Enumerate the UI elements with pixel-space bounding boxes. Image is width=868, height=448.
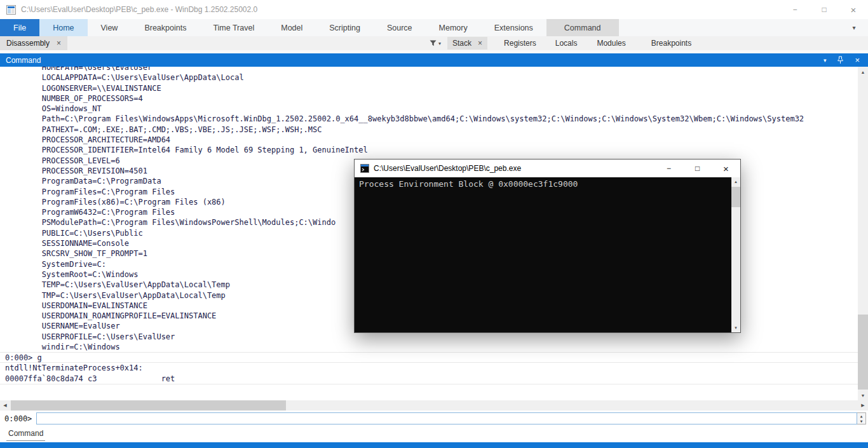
output-line: PROCESSOR_ARCHITECTURE=AMD64 [5, 135, 858, 145]
pane-tab-locals[interactable]: Locals [555, 39, 578, 48]
status-bar [0, 442, 868, 448]
pane-tab-registers[interactable]: Registers [504, 39, 536, 48]
spinner-down-icon[interactable]: ▼ [857, 419, 865, 424]
command-prompt-label: 0:000> [4, 414, 32, 423]
ribbon-tab-bar: File Home View Breakpoints Time Travel M… [0, 19, 868, 36]
close-button[interactable]: × [712, 160, 740, 177]
input-history-spinner[interactable]: ▲ ▼ [857, 412, 866, 424]
ribbon-tab-extensions[interactable]: Extensions [481, 19, 546, 36]
pane-tab-stack[interactable]: Stack × [447, 37, 487, 50]
pane-tab-breakpoints[interactable]: Breakpoints [651, 39, 691, 48]
output-line: HOMEPATH=\Users\EvalUser [5, 67, 858, 72]
ribbon-tab-breakpoints[interactable]: Breakpoints [131, 19, 200, 36]
minimize-icon: − [667, 164, 671, 173]
close-icon[interactable]: × [57, 39, 61, 47]
command-input[interactable] [36, 412, 857, 424]
bottom-tab-row: Command [0, 426, 868, 442]
output-line: ntdll!NtTerminateProcess+0x14: [5, 363, 858, 373]
console-icon [360, 164, 369, 173]
command-input-row: 0:000> ▲ ▼ [0, 411, 868, 426]
filter-dropdown[interactable]: ▾ [430, 40, 441, 46]
output-line: LOGONSERVER=\\EVALINSTANCE [5, 83, 858, 93]
filter-icon [430, 40, 437, 46]
tab-disassembly[interactable]: Disassembly × [0, 36, 67, 50]
ribbon-tab-source[interactable]: Source [374, 19, 426, 36]
command-pane-header-icons: ▾ × [824, 56, 860, 64]
scroll-right-icon[interactable]: ▶ [858, 400, 868, 411]
console-window: C:\Users\EvalUser\Desktop\PEB\c_peb.exe … [354, 159, 741, 333]
maximize-icon: □ [695, 164, 700, 173]
ribbon-tab-model[interactable]: Model [268, 19, 316, 36]
scroll-up-icon[interactable]: ▲ [858, 67, 868, 77]
output-line: NUMBER_OF_PROCESSORS=4 [5, 93, 858, 104]
output-line: Path=C:\Program Files\WindowsApps\Micros… [5, 114, 858, 124]
console-body[interactable]: Process Environment Block @ 0x0000ec3f1c… [355, 177, 740, 332]
output-vertical-scrollbar[interactable]: ▲ ▼ [858, 67, 868, 400]
maximize-icon: □ [822, 5, 826, 14]
window-title: C:\Users\EvalUser\Desktop\PEB\c_peb.exe … [21, 5, 257, 14]
close-icon: × [851, 4, 857, 15]
pane-tab-stack-label: Stack [452, 39, 471, 48]
break-status-block: ntdll!NtTerminateProcess+0x14:00007ffa`8… [0, 363, 858, 384]
chevron-down-icon: ▾ [852, 24, 855, 31]
console-scrollbar-thumb[interactable] [731, 187, 740, 207]
document-tab-row: Disassembly × ▾ Stack × Registers Locals… [0, 36, 868, 50]
console-title: C:\Users\EvalUser\Desktop\PEB\c_peb.exe [374, 164, 521, 173]
window-caption-buttons: − □ × [780, 0, 868, 19]
ribbon-tab-time-travel[interactable]: Time Travel [200, 19, 268, 36]
close-icon[interactable]: × [855, 56, 860, 64]
close-icon[interactable]: × [478, 39, 482, 47]
close-icon: × [723, 163, 729, 174]
output-line: USERPROFILE=C:\Users\EvalUser [5, 332, 858, 342]
ribbon-tab-home[interactable]: Home [39, 19, 87, 36]
command-pane-title: Command [6, 56, 41, 65]
prompt-echo-line: 0:000> g [0, 352, 858, 363]
ribbon-tab-view[interactable]: View [88, 19, 132, 36]
console-scrollbar[interactable]: ▲ ▼ [731, 177, 740, 332]
output-line: 00007ffa`80c8da74 c3 ret [5, 374, 858, 384]
minimize-button[interactable]: − [654, 160, 683, 177]
close-button[interactable]: × [839, 0, 868, 19]
command-pane-header[interactable]: Command ▾ × [0, 53, 868, 67]
console-caption-buttons: − □ × [654, 160, 740, 177]
console-output-text: Process Environment Block @ 0x0000ec3f1c… [359, 179, 729, 189]
console-titlebar[interactable]: C:\Users\EvalUser\Desktop\PEB\c_peb.exe … [355, 160, 740, 177]
output-line: PATHEXT=.COM;.EXE;.BAT;.CMD;.VBS;.VBE;.J… [5, 125, 858, 135]
tab-disassembly-label: Disassembly [6, 39, 50, 48]
vertical-scrollbar-thumb[interactable] [858, 315, 868, 390]
horizontal-scrollbar-thumb[interactable] [11, 400, 286, 411]
scroll-down-icon[interactable]: ▼ [858, 390, 868, 400]
minimize-icon: − [792, 5, 797, 14]
output-line: PROCESSOR_IDENTIFIER=Intel64 Family 6 Mo… [5, 145, 858, 155]
scroll-left-icon[interactable]: ◀ [0, 400, 10, 411]
ribbon-collapse-button[interactable]: ▾ [840, 19, 868, 36]
minimize-button[interactable]: − [780, 0, 810, 19]
output-line: OS=Windows_NT [5, 104, 858, 114]
maximize-button[interactable]: □ [810, 0, 839, 19]
pane-tab-modules[interactable]: Modules [597, 39, 625, 48]
bottom-tab-command[interactable]: Command [6, 428, 45, 441]
ribbon-tab-memory[interactable]: Memory [426, 19, 481, 36]
ribbon-tab-command[interactable]: Command [546, 19, 619, 36]
pane-button-group: ▾ Stack × Registers Locals Modules Break… [430, 36, 691, 50]
ribbon-tab-scripting[interactable]: Scripting [316, 19, 374, 36]
output-horizontal-scrollbar[interactable]: ◀ ▶ [0, 400, 868, 411]
scroll-down-icon[interactable]: ▼ [731, 323, 740, 332]
windbg-app-icon [6, 4, 16, 15]
windbg-titlebar: C:\Users\EvalUser\Desktop\PEB\c_peb.exe … [0, 0, 868, 19]
output-line: windir=C:\Windows [5, 342, 858, 352]
ribbon-tab-file[interactable]: File [0, 19, 39, 36]
output-line: LOCALAPPDATA=C:\Users\EvalUser\AppData\L… [5, 72, 858, 83]
spinner-up-icon[interactable]: ▲ [857, 413, 865, 419]
pin-icon[interactable] [837, 56, 844, 64]
chevron-down-icon: ▾ [438, 41, 441, 46]
maximize-button[interactable]: □ [683, 160, 712, 177]
scroll-up-icon[interactable]: ▲ [731, 177, 740, 186]
chevron-down-icon[interactable]: ▾ [824, 57, 827, 64]
